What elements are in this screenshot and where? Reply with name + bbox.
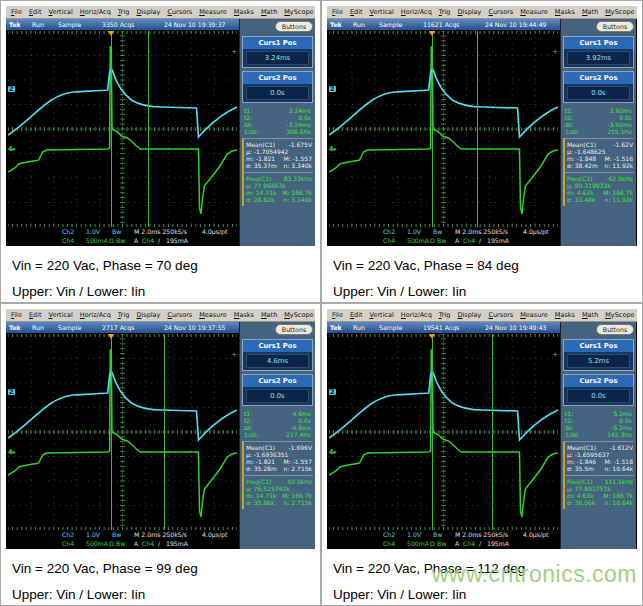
menu-item-math[interactable]: Math: [261, 311, 277, 319]
menu-item-file[interactable]: File: [11, 311, 22, 319]
cursor-2-line[interactable]: [432, 31, 433, 227]
ch4-scale[interactable]: 500mA: [86, 237, 108, 244]
cursor1-position-value[interactable]: 3.92ms: [567, 51, 630, 65]
cursor-2-line[interactable]: [111, 334, 112, 530]
ch2-position-marker[interactable]: 2: [329, 86, 336, 92]
ch2-scale[interactable]: 1.0V: [86, 228, 100, 235]
trigger-position-marker[interactable]: [429, 334, 435, 339]
menu-item-trig[interactable]: Trig: [118, 311, 130, 319]
ch2-scale[interactable]: 1.0V: [86, 531, 100, 538]
menu-item-edit[interactable]: Edit: [350, 8, 363, 16]
cursor-1-line[interactable]: [477, 31, 478, 227]
cursor2-position-value[interactable]: 0.0s: [246, 389, 309, 403]
menu-item-trig[interactable]: Trig: [439, 8, 451, 16]
menu-item-edit[interactable]: Edit: [29, 311, 42, 319]
menu-item-vertical[interactable]: Vertical: [49, 311, 73, 319]
menu-item-vertical[interactable]: Vertical: [49, 8, 73, 16]
cursor2-position-value[interactable]: 0.0s: [567, 389, 630, 403]
menu-item-cursors[interactable]: Cursors: [488, 311, 513, 319]
menu-item-display[interactable]: Display: [457, 311, 481, 319]
menu-item-display[interactable]: Display: [457, 8, 481, 16]
ch4-position-marker[interactable]: 4▸: [329, 146, 337, 152]
ch2-scale[interactable]: 1.0V: [407, 228, 421, 235]
menu-item-cursors[interactable]: Cursors: [167, 8, 192, 16]
cursor1-position-value[interactable]: 4.6ms: [246, 354, 309, 368]
cursor-1-line[interactable]: [164, 334, 165, 530]
menu-item-masks[interactable]: Masks: [555, 8, 575, 16]
trigger-level[interactable]: 195mA: [166, 237, 188, 244]
menu-item-trig[interactable]: Trig: [118, 8, 130, 16]
menu-item-measure[interactable]: Measure: [199, 311, 227, 319]
cursor2-position-value[interactable]: 0.0s: [567, 86, 630, 100]
t2-value: 0.0s: [619, 417, 632, 424]
menu-item-file[interactable]: File: [332, 8, 343, 16]
menu-item-myscope[interactable]: MyScope: [284, 8, 313, 16]
menu-item-horiz-acq[interactable]: Horiz/Acq: [401, 8, 432, 16]
menu-item-math[interactable]: Math: [582, 8, 598, 16]
trigger-level-marker[interactable]: +: [552, 352, 558, 358]
menu-item-edit[interactable]: Edit: [350, 311, 363, 319]
ch4-position-marker[interactable]: 4▸: [8, 146, 16, 152]
buttons-button[interactable]: Buttons: [275, 324, 313, 335]
buttons-button[interactable]: Buttons: [596, 21, 634, 32]
menu-item-horiz-acq[interactable]: Horiz/Acq: [80, 311, 111, 319]
ch2-position-marker[interactable]: 2: [8, 86, 15, 92]
menu-item-masks[interactable]: Masks: [555, 311, 575, 319]
menu-item-vertical[interactable]: Vertical: [370, 8, 394, 16]
menu-item-math[interactable]: Math: [261, 8, 277, 16]
trigger-level[interactable]: 195mA: [166, 540, 188, 547]
menu-item-horiz-acq[interactable]: Horiz/Acq: [401, 311, 432, 319]
ch4-position-marker[interactable]: 4▸: [8, 449, 16, 455]
cursor-2-line[interactable]: [432, 334, 433, 530]
trigger-position-marker[interactable]: [108, 334, 114, 339]
menu-item-edit[interactable]: Edit: [29, 8, 42, 16]
caption-line2: Upper: Vin / Lower: Iin: [12, 587, 320, 602]
menu-item-myscope[interactable]: MyScope: [605, 311, 634, 319]
ch2-position-marker[interactable]: 2: [8, 389, 15, 395]
menu-item-myscope[interactable]: MyScope: [284, 311, 313, 319]
ch4-scale[interactable]: 500mA: [86, 540, 108, 547]
freq-sigma: 35.86k: [254, 499, 275, 506]
menu-item-measure[interactable]: Measure: [520, 8, 548, 16]
menu-item-math[interactable]: Math: [582, 311, 598, 319]
cursor1-position-value[interactable]: 5.2ms: [567, 354, 630, 368]
menu-item-file[interactable]: File: [332, 311, 343, 319]
menu-item-masks[interactable]: Masks: [234, 8, 254, 16]
trigger-level[interactable]: 195mA: [487, 237, 509, 244]
trigger-level-marker[interactable]: +: [231, 49, 237, 55]
trigger-level-marker[interactable]: +: [231, 352, 237, 358]
menu-item-horiz-acq[interactable]: Horiz/Acq: [80, 8, 111, 16]
menu-item-display[interactable]: Display: [136, 8, 160, 16]
menu-item-measure[interactable]: Measure: [520, 311, 548, 319]
buttons-button[interactable]: Buttons: [275, 21, 313, 32]
ch2-scale[interactable]: 1.0V: [407, 531, 421, 538]
menu-item-measure[interactable]: Measure: [199, 8, 227, 16]
menu-item-file[interactable]: File: [11, 8, 22, 16]
timebase-readout[interactable]: M 2.0ms 250kS/s: [455, 531, 508, 538]
menu-item-display[interactable]: Display: [136, 311, 160, 319]
ch4-position-marker[interactable]: 4▸: [329, 449, 337, 455]
mean-measurement-block: Mean(C1)-1.612V µ: -1.6595637 m: -1.846M…: [563, 441, 634, 475]
trigger-position-marker[interactable]: [429, 31, 435, 36]
menu-item-cursors[interactable]: Cursors: [488, 8, 513, 16]
cursor2-position-value[interactable]: 0.0s: [246, 86, 309, 100]
ch2-position-marker[interactable]: 2: [329, 389, 336, 395]
cursor-1-line[interactable]: [148, 31, 149, 227]
timebase-readout[interactable]: M 2.0ms 250kS/s: [134, 531, 187, 538]
menu-item-vertical[interactable]: Vertical: [370, 311, 394, 319]
timebase-readout[interactable]: M 2.0ms 250kS/s: [455, 228, 508, 235]
ch4-scale[interactable]: 500mA: [407, 237, 429, 244]
trigger-position-marker[interactable]: [108, 31, 114, 36]
menu-item-masks[interactable]: Masks: [234, 311, 254, 319]
ch4-scale[interactable]: 500mA: [407, 540, 429, 547]
menu-item-myscope[interactable]: MyScope: [605, 8, 634, 16]
menu-item-trig[interactable]: Trig: [439, 311, 451, 319]
cursor1-position-value[interactable]: 3.24ms: [246, 51, 309, 65]
timebase-readout[interactable]: M 2.0ms 250kS/s: [134, 228, 187, 235]
trigger-level-marker[interactable]: +: [552, 49, 558, 55]
menu-item-cursors[interactable]: Cursors: [167, 311, 192, 319]
trigger-level[interactable]: 195mA: [487, 540, 509, 547]
cursor-1-line[interactable]: [492, 334, 493, 530]
buttons-button[interactable]: Buttons: [596, 324, 634, 335]
cursor-2-line[interactable]: [111, 31, 112, 227]
